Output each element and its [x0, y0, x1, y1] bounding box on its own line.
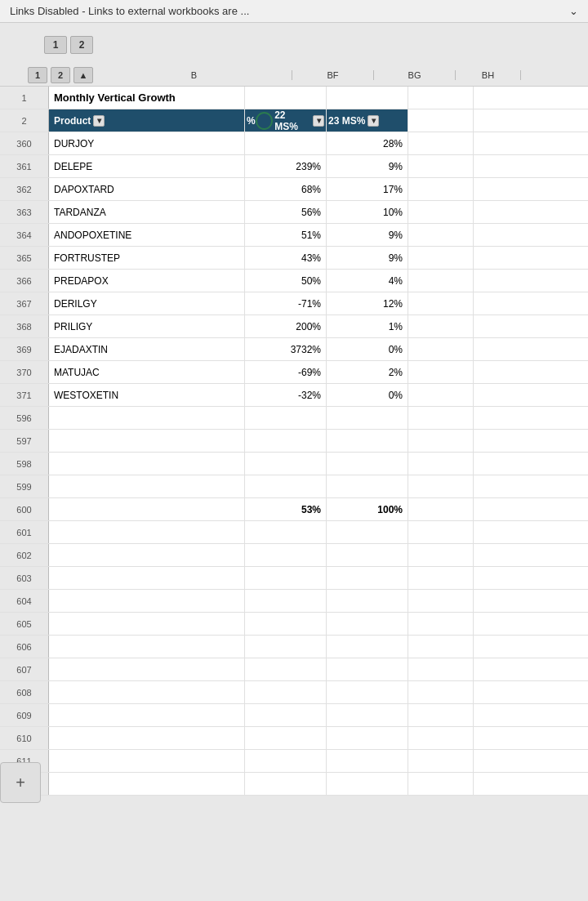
table-row: 365 FORTRUSTEP 43% 9%	[0, 247, 588, 270]
outline-num-2[interactable]: 2	[51, 67, 70, 83]
bg-371: 0%	[327, 384, 408, 406]
table-row: 362 DAPOXTARD 68% 17%	[0, 178, 588, 201]
bh-363	[408, 201, 474, 223]
rownum-366: 366	[0, 270, 49, 292]
banner-chevron[interactable]: ⌄	[569, 5, 578, 17]
row-2: 2 Product ▾ % 22 MS% ▾ 23 MS% ▾	[0, 109, 588, 132]
bh-370	[408, 361, 474, 383]
row1-bg	[327, 87, 408, 109]
circle-indicator	[256, 112, 274, 130]
add-sheet-button[interactable]: +	[0, 762, 41, 803]
product-369: EJADAXTIN	[49, 338, 245, 360]
bg-365: 9%	[327, 247, 408, 269]
bf-364: 51%	[245, 224, 327, 246]
product-371: WESTOXETIN	[49, 384, 245, 406]
table-row: 366 PREDAPOX 50% 4%	[0, 270, 588, 292]
bg-361: 9%	[327, 155, 408, 177]
bh-365	[408, 247, 474, 269]
rownum-361: 361	[0, 155, 49, 177]
empty-row-601: 601	[0, 521, 588, 544]
bh-364	[408, 224, 474, 246]
product-filter-button[interactable]: ▾	[93, 115, 105, 127]
rownum-370: 370	[0, 361, 49, 383]
rownum-369: 369	[0, 338, 49, 360]
table-row: 368 PRILIGY 200% 1%	[0, 315, 588, 338]
table-row: 363 TARDANZA 56% 10%	[0, 201, 588, 224]
product-header[interactable]: Product ▾	[49, 109, 245, 132]
bg-363: 10%	[327, 201, 408, 223]
bf-361: 239%	[245, 155, 327, 177]
outline-num-1[interactable]: 1	[28, 67, 47, 83]
bf-370: -69%	[245, 361, 327, 383]
product-365: FORTRUSTEP	[49, 247, 245, 269]
banner-text: Links Disabled - Links to external workb…	[10, 5, 249, 17]
total-row-600: 600 53% 100%	[0, 498, 588, 521]
bh-368	[408, 315, 474, 337]
empty-row-607: 607	[0, 658, 588, 681]
bh-366	[408, 270, 474, 292]
empty-row-610: 610	[0, 727, 588, 750]
bh-369	[408, 338, 474, 360]
rownum-2: 2	[0, 109, 49, 132]
rownum-365: 365	[0, 247, 49, 269]
table-row: 369 EJADAXTIN 3732% 0%	[0, 338, 588, 361]
col-header-bg: BG	[374, 70, 456, 80]
product-370: MATUJAC	[49, 361, 245, 383]
bg-header[interactable]: 23 MS% ▾	[327, 109, 408, 132]
bf-368: 200%	[245, 315, 327, 337]
bf-371: -32%	[245, 384, 327, 406]
spreadsheet-grid: 1 Monthly Vertical Growth 2 Product ▾ % …	[0, 87, 588, 796]
total-label	[49, 498, 245, 520]
bf-360	[245, 132, 327, 154]
rownum-600: 600	[0, 498, 49, 520]
table-row: 370 MATUJAC -69% 2%	[0, 361, 588, 384]
title-cell: Monthly Vertical Growth	[49, 87, 245, 109]
bg-368: 1%	[327, 315, 408, 337]
bf-363: 56%	[245, 201, 327, 223]
rownum-364: 364	[0, 224, 49, 246]
links-disabled-banner[interactable]: Links Disabled - Links to external workb…	[0, 0, 588, 23]
bg-filter-button[interactable]: ▾	[368, 115, 379, 127]
bh-360	[408, 132, 474, 154]
col-header-b: B	[96, 70, 292, 80]
empty-row-603: 603	[0, 567, 588, 590]
level-1-button[interactable]: 1	[44, 36, 67, 54]
bg-362: 17%	[327, 178, 408, 200]
total-bh	[408, 498, 474, 520]
bf-365: 43%	[245, 247, 327, 269]
rownum-1: 1	[0, 87, 49, 109]
bg-367: 12%	[327, 292, 408, 314]
bf-filter-button[interactable]: ▾	[313, 115, 324, 127]
row1-bf	[245, 87, 327, 109]
product-368: PRILIGY	[49, 315, 245, 337]
table-row: 371 WESTOXETIN -32% 0%	[0, 384, 588, 407]
bg-366: 4%	[327, 270, 408, 292]
col-header-bf: BF	[292, 70, 374, 80]
empty-row-602: 602	[0, 544, 588, 567]
table-row: 367 DERILGY -71% 12%	[0, 292, 588, 315]
level-2-button[interactable]: 2	[70, 36, 93, 54]
table-row: 360 DURJOY 28%	[0, 132, 588, 155]
row-1: 1 Monthly Vertical Growth	[0, 87, 588, 109]
outline-triangle[interactable]: ▲	[74, 67, 93, 83]
total-bg: 100%	[327, 498, 408, 520]
bf-header[interactable]: % 22 MS% ▾	[245, 109, 327, 132]
empty-row-596: 596	[0, 407, 588, 430]
rownum-360: 360	[0, 132, 49, 154]
bf-367: -71%	[245, 292, 327, 314]
product-361: DELEPE	[49, 155, 245, 177]
empty-row-608: 608	[0, 681, 588, 704]
rownum-368: 368	[0, 315, 49, 337]
empty-row-599: 599	[0, 475, 588, 498]
empty-row-605: 605	[0, 613, 588, 636]
product-367: DERILGY	[49, 292, 245, 314]
bf-369: 3732%	[245, 338, 327, 360]
rownum-367: 367	[0, 292, 49, 314]
product-360: DURJOY	[49, 132, 245, 154]
rownum-362: 362	[0, 178, 49, 200]
empty-row-609: 609	[0, 704, 588, 727]
product-364: ANDOPOXETINE	[49, 224, 245, 246]
bg-370: 2%	[327, 361, 408, 383]
empty-row-611: 611	[0, 750, 588, 773]
bg-364: 9%	[327, 224, 408, 246]
